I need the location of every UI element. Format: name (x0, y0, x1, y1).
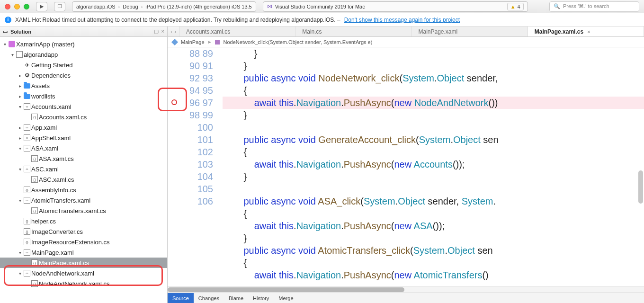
zoom-window-button[interactable] (24, 4, 29, 9)
info-icon: i (5, 17, 11, 23)
main-area: ▭ Solution ▢ × ▾XamarinApp (master)▾algo… (0, 27, 644, 303)
panel-dock-button[interactable]: ▢ (154, 28, 159, 35)
editor-tab[interactable]: Accounts.xaml.cs (179, 27, 295, 36)
imageconverter-cs[interactable]: {}ImageConverter.cs (0, 226, 167, 237)
titlebar: ▶ ☐ algorandapp.iOS › Debug › iPad Pro (… (0, 0, 644, 13)
getting-started-node[interactable]: ✈Getting Started (0, 60, 167, 70)
chevron-right-icon: ▸ (208, 39, 211, 45)
close-tab-icon[interactable]: × (587, 29, 590, 35)
breadcrumb-class: MainPage (181, 39, 205, 45)
horizontal-scrollbar[interactable] (168, 286, 644, 293)
diff-tab-merge[interactable]: Merge (274, 293, 298, 303)
breadcrumb-method: NodeNetwork_click(System.Object sender, … (224, 39, 373, 45)
status-bar: ⋈ Visual Studio Community 2019 for Mac ▲… (263, 1, 528, 12)
warning-count: 4 (518, 4, 520, 9)
vertical-scrollbar[interactable] (638, 170, 643, 204)
project-name: algorandapp.iOS (76, 4, 116, 9)
dependencies-node[interactable]: ▸⚙Dependencies (0, 70, 167, 80)
wordlists-folder[interactable]: ▸wordlists (0, 91, 167, 101)
nodeandnetwork-xaml[interactable]: ▾‹›NodeAndNetwork.xaml (0, 268, 167, 278)
breakpoint-margin[interactable] (168, 47, 185, 286)
vs-icon: ⋈ (267, 3, 272, 9)
solution-tree[interactable]: ▾XamarinApp (master)▾algorandapp✈Getting… (0, 37, 167, 303)
tab-nav: ‹ › (168, 27, 179, 36)
imageresourceextension-cs[interactable]: {}ImageResourceExtension.cs (0, 237, 167, 247)
ide-name: Visual Studio Community 2019 for Mac (275, 4, 365, 9)
mainpage-xaml[interactable]: ▾‹›MainPage.xaml (0, 247, 167, 258)
editor-tab[interactable]: MainPage.xaml.cs× (528, 27, 644, 36)
close-window-button[interactable] (5, 4, 10, 9)
warnings-pill[interactable]: ▲ 4 (507, 3, 524, 10)
assets-folder[interactable]: ▸Assets (0, 80, 167, 91)
tab-fwd-button[interactable]: › (174, 28, 176, 35)
asa-xaml-cs[interactable]: {}ASA.xaml.cs (0, 153, 167, 164)
target-select-button[interactable]: ☐ (54, 2, 65, 11)
hot-reload-infobar: i XAML Hot Reload timed out attempting t… (0, 13, 644, 27)
config-name: Debug (123, 4, 138, 9)
code-editor[interactable]: 88 89 90 91 92 93 94 95 96 97 98 99 100 … (168, 47, 644, 286)
asc-xaml-cs[interactable]: {}ASC.xaml.cs (0, 174, 167, 185)
method-icon (215, 40, 220, 45)
diff-tab-changes[interactable]: Changes (194, 293, 224, 303)
nodeandnetwork-xaml-cs[interactable]: {}NodeAndNetwork.xaml.cs (0, 278, 167, 289)
atomictransfers-xaml[interactable]: ▾‹›AtomicTransfers.xaml (0, 195, 167, 205)
mainpage-xaml-cs[interactable]: {}MainPage.xaml.cs (0, 258, 167, 268)
app-xaml[interactable]: ▸‹›App.xaml (0, 122, 167, 133)
window-controls (5, 4, 29, 9)
solution-panel: ▭ Solution ▢ × ▾XamarinApp (master)▾algo… (0, 27, 168, 303)
assemblyinfo-cs[interactable]: {}AssemblyInfo.cs (0, 185, 167, 195)
editor-tab[interactable]: Main.cs (295, 27, 411, 36)
editor-tabs: ‹ › Accounts.xaml.csMain.csMainPage.xaml… (168, 27, 644, 37)
device-name: iPad Pro (12.9-inch) (4th generation) iO… (145, 4, 251, 9)
solution-root[interactable]: ▾XamarinApp (master) (0, 39, 167, 49)
tab-back-button[interactable]: ‹ (170, 28, 172, 35)
atomictransfers-xaml-cs[interactable]: {}AtomicTransfers.xaml.cs (0, 205, 167, 216)
appshell-xaml[interactable]: ▸‹›AppShell.xaml (0, 133, 167, 143)
class-icon (171, 38, 178, 45)
panel-close-button[interactable]: × (161, 28, 164, 35)
project-selector[interactable]: algorandapp.iOS › Debug › iPad Pro (12.9… (72, 1, 256, 12)
accounts-xaml-cs[interactable]: {}Accounts.xaml.cs (0, 112, 167, 122)
infobar-dismiss-link[interactable]: Don't show this message again for this p… (344, 17, 460, 23)
asa-xaml[interactable]: ▾‹›ASA.xaml (0, 143, 167, 153)
diff-tab-source[interactable]: Source (168, 293, 194, 303)
project-node[interactable]: ▾algorandapp (0, 49, 167, 60)
editor-tab[interactable]: MainPage.xaml (412, 27, 528, 36)
search-placeholder: Press '⌘.' to search (563, 3, 609, 9)
editor-area: ‹ › Accounts.xaml.csMain.csMainPage.xaml… (168, 27, 644, 303)
helper-cs[interactable]: {}helper.cs (0, 216, 167, 226)
accounts-xaml[interactable]: ▾‹›Accounts.xaml (0, 101, 167, 112)
minimize-window-button[interactable] (14, 4, 20, 9)
asc-xaml[interactable]: ▾‹›ASC.xaml (0, 164, 167, 174)
panel-title: Solution (10, 29, 31, 35)
code-text[interactable]: } } public async void NodeNetwork_click(… (218, 47, 644, 286)
breakpoint-marker[interactable] (171, 99, 177, 105)
infobar-text: XAML Hot Reload timed out attempting to … (15, 17, 340, 23)
diff-tab-blame[interactable]: Blame (224, 293, 248, 303)
warning-icon: ▲ (510, 4, 516, 9)
line-number-gutter: 88 89 90 91 92 93 94 95 96 97 98 99 100 … (185, 47, 218, 286)
solution-panel-header: ▭ Solution ▢ × (0, 27, 167, 37)
bottom-tabs: SourceChangesBlameHistoryMerge (168, 293, 644, 303)
search-icon: 🔍 (554, 3, 560, 9)
global-search[interactable]: 🔍 Press '⌘.' to search (549, 1, 639, 12)
panel-icon: ▭ (3, 28, 8, 35)
run-button[interactable]: ▶ (36, 2, 47, 11)
diff-tab-history[interactable]: History (248, 293, 274, 303)
breadcrumb[interactable]: MainPage ▸ NodeNetwork_click(System.Obje… (168, 37, 644, 47)
